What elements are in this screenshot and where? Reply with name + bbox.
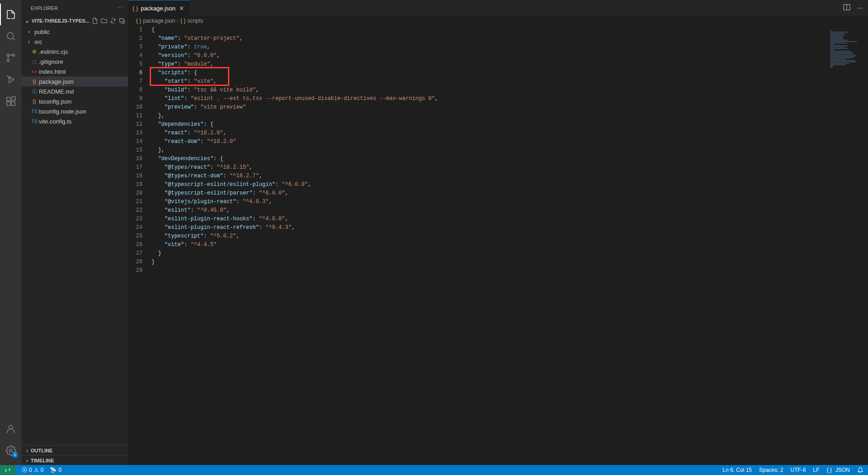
code-line[interactable]: "private": true, — [152, 43, 827, 52]
timeline-section[interactable]: › TIMELINE — [22, 455, 128, 465]
explorer-sidebar: EXPLORER ⋯ ⌄ VITE-THREEJS-TYPES... — [22, 0, 128, 465]
file-item[interactable]: ◌.gitignore — [22, 57, 128, 66]
explorer-header: EXPLORER ⋯ — [22, 0, 128, 16]
file-type-icon: <> — [30, 69, 39, 74]
file-item[interactable]: TStsconfig.node.json — [22, 106, 128, 116]
status-encoding[interactable]: UTF-8 — [791, 467, 806, 473]
code-content[interactable]: { "name": "starter-project", "private": … — [152, 26, 827, 465]
file-tree: ›public›src⚙.eslintrc.cjs◌.gitignore<>in… — [22, 26, 128, 445]
breadcrumb-path: scripts — [187, 18, 203, 24]
code-line[interactable]: "lint": "eslint . --ext ts,tsx --report-… — [152, 95, 827, 103]
code-line[interactable]: "@types/react": "^18.2.15", — [152, 163, 827, 172]
file-item[interactable]: ⚙.eslintrc.cjs — [22, 47, 128, 57]
code-line[interactable]: "typescript": "^5.0.2", — [152, 232, 827, 241]
split-editor-icon[interactable] — [843, 4, 850, 12]
activity-extensions-icon[interactable] — [0, 90, 22, 112]
new-folder-icon[interactable] — [100, 17, 108, 25]
code-line[interactable]: "@types/react-dom": "^18.2.7", — [152, 172, 827, 180]
breadcrumb[interactable]: { } package.json › { } scripts — [128, 16, 868, 26]
code-line[interactable]: "dependencies": { — [152, 120, 827, 129]
chevron-right-icon: › — [24, 448, 31, 453]
code-line[interactable]: } — [152, 258, 827, 266]
file-type-icon: ⚙ — [30, 49, 39, 55]
svg-rect-4 — [7, 97, 10, 101]
file-item[interactable]: TSvite.config.ts — [22, 116, 128, 126]
status-notifications-icon[interactable] — [857, 467, 863, 473]
activity-account-icon[interactable] — [0, 418, 22, 440]
code-line[interactable]: "react-dom": "^18.2.0" — [152, 138, 827, 146]
code-line[interactable]: }, — [152, 146, 827, 155]
ports-icon: 📡 — [50, 467, 57, 473]
file-type-icon: ⓘ — [30, 88, 39, 95]
code-line[interactable]: "eslint-plugin-react-refresh": "^0.4.3", — [152, 223, 827, 232]
new-file-icon[interactable] — [91, 17, 99, 25]
file-item[interactable]: ⓘREADME.md — [22, 86, 128, 96]
code-line[interactable]: "type": "module", — [152, 60, 827, 69]
status-problems[interactable]: ⓧ0 ⚠0 — [22, 466, 43, 474]
code-line[interactable]: } — [152, 249, 827, 258]
file-label: package.json — [39, 78, 74, 85]
tab-package-json[interactable]: { } package.json ✕ — [128, 0, 190, 16]
activity-settings-icon[interactable]: 1 — [0, 440, 22, 461]
code-line[interactable]: "build": "tsc && vite build", — [152, 86, 827, 95]
activity-search-icon[interactable] — [0, 25, 22, 47]
outline-section[interactable]: › OUTLINE — [22, 445, 128, 455]
status-ln-col[interactable]: Ln 6, Col 15 — [723, 467, 752, 473]
code-line[interactable]: "devDependencies": { — [152, 155, 827, 163]
svg-rect-10 — [120, 19, 123, 22]
code-line[interactable]: "preview": "vite preview" — [152, 103, 827, 112]
code-line[interactable]: "@typescript-eslint/parser": "^6.0.0", — [152, 189, 827, 198]
close-icon[interactable]: ✕ — [178, 5, 185, 12]
tab-bar: { } package.json ✕ ⋯ — [128, 0, 868, 16]
breadcrumb-file: package.json — [143, 18, 175, 24]
status-eol[interactable]: LF — [813, 467, 820, 473]
line-gutter: 1234567891011121314151617181920212223242… — [128, 26, 152, 465]
code-line[interactable] — [152, 266, 827, 275]
code-line[interactable]: "@vitejs/plugin-react": "^4.0.3", — [152, 198, 827, 206]
minimap[interactable] — [827, 26, 868, 465]
more-actions-icon[interactable]: ⋯ — [857, 5, 863, 11]
code-line[interactable]: "eslint": "^8.45.0", — [152, 206, 827, 215]
code-line[interactable]: "version": "0.0.0", — [152, 52, 827, 60]
code-line[interactable]: "name": "starter-project", — [152, 34, 827, 43]
collapse-icon[interactable] — [118, 17, 126, 25]
folder-item[interactable]: ›src — [22, 37, 128, 47]
status-lang[interactable]: { }JSON — [827, 467, 850, 473]
status-ports[interactable]: 📡0 — [50, 467, 62, 473]
activity-bar: 1 — [0, 0, 22, 465]
code-line[interactable]: "start": "vite", — [152, 77, 827, 86]
activity-source-control-icon[interactable] — [0, 47, 22, 69]
explorer-title: EXPLORER — [31, 5, 58, 11]
warning-icon: ⚠ — [34, 467, 39, 473]
file-item[interactable]: {}tsconfig.json — [22, 96, 128, 106]
file-label: src — [34, 38, 42, 45]
file-type-icon: TS — [30, 119, 39, 124]
activity-explorer-icon[interactable] — [0, 4, 22, 25]
code-line[interactable]: "eslint-plugin-react-hooks": "^4.6.0", — [152, 215, 827, 223]
folder-item[interactable]: ›public — [22, 27, 128, 37]
file-item[interactable]: <>index.html — [22, 66, 128, 76]
code-line[interactable]: }, — [152, 112, 827, 120]
file-item[interactable]: {}package.json — [22, 76, 128, 86]
svg-point-9 — [9, 449, 12, 452]
code-line[interactable]: { — [152, 26, 827, 34]
code-line[interactable]: "vite": "^4.4.5" — [152, 241, 827, 249]
project-header[interactable]: ⌄ VITE-THREEJS-TYPES... — [22, 16, 128, 26]
file-label: index.html — [39, 68, 66, 75]
editor-body[interactable]: 1234567891011121314151617181920212223242… — [128, 26, 868, 465]
svg-rect-6 — [11, 102, 15, 105]
file-label: public — [34, 28, 50, 35]
code-line[interactable]: "@typescript-eslint/eslint-plugin": "^6.… — [152, 180, 827, 189]
file-label: .gitignore — [39, 58, 63, 65]
explorer-more-icon[interactable]: ⋯ — [117, 5, 123, 11]
status-spaces[interactable]: Spaces: 2 — [759, 467, 783, 473]
remote-button[interactable] — [0, 465, 15, 475]
code-line[interactable]: "react": "^18.2.0", — [152, 129, 827, 138]
refresh-icon[interactable] — [109, 17, 117, 25]
chevron-down-icon: ⌄ — [24, 18, 31, 24]
json-object-icon: { } — [180, 18, 185, 24]
activity-debug-icon[interactable] — [0, 69, 22, 90]
code-line[interactable]: "scripts": { — [152, 69, 827, 77]
file-label: vite.config.ts — [39, 118, 71, 125]
chevron-right-icon: › — [177, 18, 179, 24]
